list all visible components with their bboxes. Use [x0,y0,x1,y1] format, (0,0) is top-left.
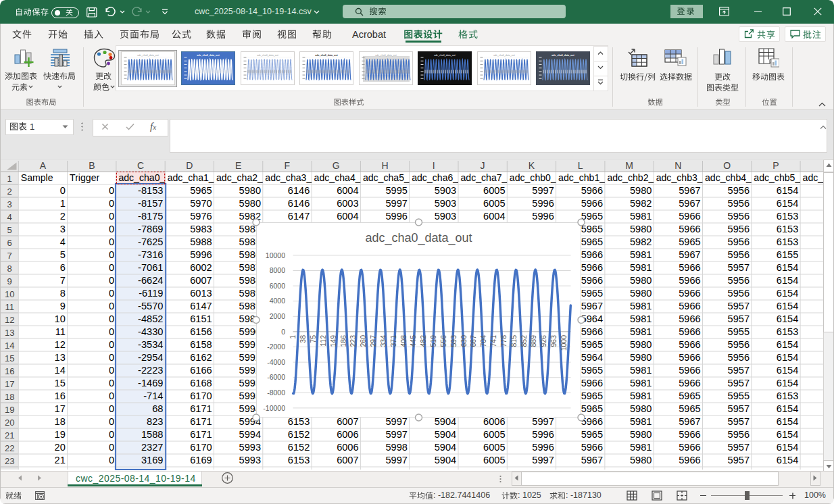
svg-text:5957: 5957 [728,262,750,273]
svg-text:5957: 5957 [728,313,750,324]
svg-text:704: 704 [479,335,487,347]
svg-text:Sample: Sample [21,172,53,183]
svg-text:6: 6 [60,262,66,273]
svg-text:5981: 5981 [630,301,652,311]
svg-text:4000: 4000 [270,297,286,305]
svg-text:5966: 5966 [679,326,700,337]
svg-text:0: 0 [109,339,114,350]
svg-text:0: 0 [109,262,114,273]
svg-text:4: 4 [60,236,66,247]
svg-text:-10000: -10000 [263,404,285,412]
svg-text:0: 0 [109,185,114,196]
svg-text:7: 7 [7,251,12,261]
svg-text:6154: 6154 [777,301,798,311]
svg-text:I: I [433,160,435,171]
svg-text:16: 16 [55,390,66,401]
svg-text:5980: 5980 [630,455,652,465]
svg-text:adc_cha0_data_out: adc_cha0_data_out [493,54,515,57]
svg-text:5980: 5980 [239,198,261,209]
svg-text:6154: 6154 [777,288,798,299]
svg-text:3169: 3169 [141,455,163,465]
svg-text:5980: 5980 [630,339,652,350]
svg-text:5966: 5966 [679,288,700,299]
svg-text:5: 5 [60,249,66,260]
svg-text:-7625: -7625 [138,236,163,247]
svg-text:5981: 5981 [630,390,652,401]
svg-text:852: 852 [520,335,528,347]
svg-text:5996: 5996 [190,249,212,260]
svg-text:adc_cha0_data_out: adc_cha0_data_out [137,53,159,56]
svg-text:3: 3 [60,224,66,234]
svg-text:963: 963 [549,335,558,347]
svg-text:6005: 6005 [483,198,505,209]
svg-text:0: 0 [109,249,114,260]
svg-text:-4000: -4000 [267,358,285,366]
svg-text:8: 8 [7,263,12,274]
svg-text:F: F [285,160,291,171]
svg-text:5903: 5903 [435,198,456,209]
svg-text:0: 0 [109,455,114,465]
svg-text:0: 0 [109,442,114,453]
svg-text:5956: 5956 [728,211,750,222]
svg-text:112: 112 [319,335,327,347]
svg-text:445: 445 [409,335,417,347]
svg-text:6154: 6154 [777,352,798,363]
svg-text:6154: 6154 [777,403,798,414]
svg-text:6152: 6152 [288,442,310,453]
svg-text:6152: 6152 [288,429,310,440]
svg-text:0: 0 [109,378,114,388]
svg-text:-6000: -6000 [267,373,285,381]
svg-text:N: N [674,160,681,171]
svg-text:5981: 5981 [630,211,652,222]
svg-text:6166: 6166 [190,365,212,376]
svg-text:5966: 5966 [679,301,700,311]
svg-text:5995: 5995 [385,185,407,196]
svg-text:5980: 5980 [630,429,652,440]
svg-text:1: 1 [60,198,66,209]
svg-text:6168: 6168 [190,378,212,388]
svg-text:M: M [625,160,633,171]
svg-text:5980: 5980 [239,185,261,196]
svg-text:0: 0 [109,365,114,376]
svg-text:5996: 5996 [532,429,554,440]
svg-text:5956: 5956 [728,249,750,260]
svg-text:15: 15 [5,353,14,363]
svg-text:6153: 6153 [288,455,310,465]
svg-text:6171: 6171 [190,429,212,440]
svg-text:0: 0 [109,326,114,337]
svg-text:5: 5 [7,225,12,235]
svg-text:5956: 5956 [728,236,750,247]
svg-text:6146: 6146 [288,198,310,209]
svg-text:2: 2 [60,211,66,222]
svg-text:75: 75 [309,335,317,343]
svg-text:-7869: -7869 [138,224,163,234]
svg-text:5956: 5956 [728,352,750,363]
svg-text:5980: 5980 [630,403,652,414]
svg-text:6006: 6006 [337,442,358,453]
svg-text:adc_cha0_data_out: adc_cha0_data_out [434,54,456,57]
svg-text:38: 38 [299,335,307,343]
svg-text:5966: 5966 [679,211,700,222]
svg-text:5956: 5956 [728,224,750,234]
svg-text:6005: 6005 [483,455,505,465]
svg-text:1000: 1000 [560,335,568,351]
svg-text:5956: 5956 [728,275,750,286]
svg-text:5965: 5965 [190,185,212,196]
svg-text:5967: 5967 [679,249,700,260]
svg-text:334: 334 [379,335,387,347]
svg-text:0: 0 [109,301,114,311]
svg-text:A: A [40,160,47,171]
svg-text:3: 3 [7,199,12,209]
svg-text:6007: 6007 [337,455,358,465]
svg-text:adc_cha0_data_out: adc_cha0_data_out [365,231,472,245]
svg-text:5966: 5966 [679,378,700,388]
svg-text:6154: 6154 [777,339,798,350]
svg-text:18: 18 [5,392,14,402]
svg-text:6154: 6154 [777,262,798,273]
svg-text:6154: 6154 [777,455,798,465]
svg-text:0: 0 [60,185,66,196]
svg-text:6146: 6146 [288,185,310,196]
svg-text:5981: 5981 [630,365,652,376]
svg-text:5993: 5993 [239,442,261,453]
svg-text:6147: 6147 [190,301,212,311]
